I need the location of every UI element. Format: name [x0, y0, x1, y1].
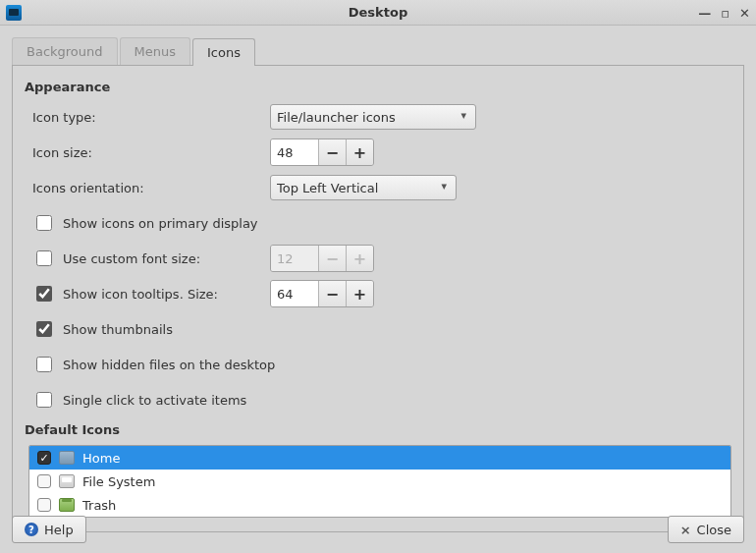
icon-type-label: Icon type:	[25, 110, 270, 125]
maximize-icon[interactable]: ▫	[721, 6, 729, 21]
tooltips-decrement[interactable]: −	[318, 281, 346, 306]
custom-font-increment: +	[346, 246, 373, 271]
folder-icon	[59, 451, 75, 465]
hidden-files-label: Show hidden files on the desktop	[63, 358, 275, 372]
filesystem-label: File System	[82, 474, 155, 489]
icon-size-input[interactable]	[271, 139, 318, 165]
tooltips-check[interactable]: Show icon tooltips. Size:	[25, 283, 218, 304]
single-click-label: Single click to activate items	[63, 393, 246, 408]
tooltips-increment[interactable]: +	[346, 281, 373, 306]
tab-background[interactable]: Background	[12, 37, 118, 65]
close-label: Close	[697, 523, 731, 537]
icons-panel: Appearance Icon type: File/launcher icon…	[12, 66, 744, 532]
primary-display-check[interactable]: Show icons on primary display	[25, 212, 258, 234]
primary-display-checkbox[interactable]	[36, 215, 52, 231]
minimize-icon[interactable]: —	[698, 6, 711, 21]
thumbnails-check[interactable]: Show thumbnails	[25, 318, 173, 340]
default-icons-heading: Default Icons	[25, 422, 731, 437]
default-icons-list: ✓ Home File System Trash	[28, 445, 731, 518]
trash-label: Trash	[82, 498, 116, 513]
custom-font-check[interactable]: Use custom font size:	[25, 248, 200, 269]
single-click-checkbox[interactable]	[36, 392, 52, 408]
tooltips-input[interactable]	[271, 281, 318, 306]
custom-font-checkbox[interactable]	[36, 250, 52, 266]
icon-size-spinner: − +	[270, 138, 374, 166]
tab-icons[interactable]: Icons	[192, 38, 255, 66]
hidden-files-checkbox[interactable]	[36, 357, 52, 372]
list-item-trash[interactable]: Trash	[29, 493, 730, 517]
trash-checkbox[interactable]	[37, 498, 51, 512]
close-window-icon[interactable]: ✕	[739, 6, 750, 21]
custom-font-decrement: −	[318, 246, 346, 271]
thumbnails-checkbox[interactable]	[36, 321, 52, 337]
help-button[interactable]: ? Help	[12, 516, 86, 543]
titlebar: Desktop — ▫ ✕	[0, 0, 756, 26]
list-item-home[interactable]: ✓ Home	[29, 446, 730, 470]
icon-type-select[interactable]: File/launcher icons	[270, 104, 476, 130]
drive-icon	[59, 474, 75, 488]
orientation-label: Icons orientation:	[25, 181, 270, 195]
single-click-check[interactable]: Single click to activate items	[25, 389, 246, 411]
window-title: Desktop	[0, 5, 756, 20]
help-label: Help	[44, 523, 74, 537]
tab-menus[interactable]: Menus	[120, 37, 190, 65]
tooltips-spinner: − +	[270, 280, 374, 307]
primary-display-label: Show icons on primary display	[63, 216, 258, 231]
tooltips-label: Show icon tooltips. Size:	[63, 287, 218, 302]
custom-font-spinner: − +	[270, 245, 374, 272]
custom-font-input	[271, 246, 318, 271]
tab-bar: Background Menus Icons	[12, 37, 744, 66]
appearance-heading: Appearance	[25, 80, 731, 94]
icon-size-increment[interactable]: +	[346, 139, 373, 165]
custom-font-label: Use custom font size:	[63, 251, 200, 266]
trash-icon	[59, 498, 75, 512]
icon-size-decrement[interactable]: −	[318, 139, 346, 165]
tooltips-checkbox[interactable]	[36, 286, 52, 302]
close-icon: ×	[680, 523, 691, 537]
home-checkbox[interactable]: ✓	[37, 451, 51, 465]
help-icon: ?	[25, 523, 38, 536]
icon-size-label: Icon size:	[25, 145, 270, 160]
hidden-files-check[interactable]: Show hidden files on the desktop	[25, 354, 275, 375]
orientation-select[interactable]: Top Left Vertical	[270, 175, 457, 200]
close-button[interactable]: × Close	[668, 516, 744, 543]
thumbnails-label: Show thumbnails	[63, 322, 173, 337]
home-label: Home	[82, 451, 120, 466]
filesystem-checkbox[interactable]	[37, 474, 51, 488]
list-item-filesystem[interactable]: File System	[29, 470, 730, 493]
